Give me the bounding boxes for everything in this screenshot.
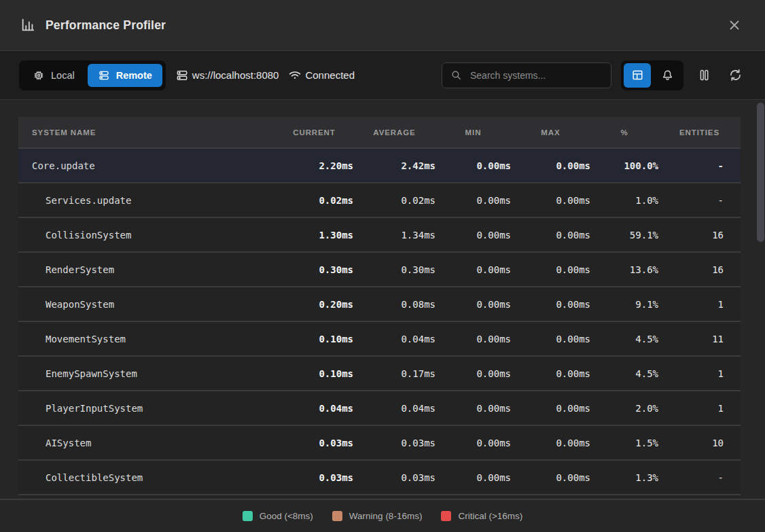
legend-item: Critical (>16ms) (441, 511, 522, 521)
cell-max: 0.00ms (511, 195, 590, 206)
title-bar: Performance Profiler (0, 0, 765, 51)
cell-percent: 4.5% (590, 368, 658, 379)
column-header-min: MIN (435, 128, 511, 137)
cell-percent: 9.1% (590, 299, 658, 310)
legend-item: Warning (8-16ms) (332, 511, 423, 521)
table-row[interactable]: PlayerInputSystem 0.04ms 0.04ms 0.00ms 0… (18, 391, 741, 426)
cell-current: 0.03ms (275, 472, 353, 483)
cell-system-name: WeaponSystem (18, 299, 275, 310)
cell-average: 0.17ms (353, 368, 435, 379)
search-box (442, 63, 611, 88)
profiler-content: SYSTEM NAME CURRENT AVERAGE MIN MAX % EN… (0, 100, 765, 499)
cell-average: 0.03ms (353, 438, 435, 448)
cell-max: 0.00ms (511, 299, 590, 310)
table-view-button[interactable] (624, 63, 651, 88)
local-mode-button[interactable]: Local (22, 64, 85, 87)
table-row[interactable]: Core.update 2.20ms 2.42ms 0.00ms 0.00ms … (18, 149, 741, 183)
cell-percent: 1.0% (590, 195, 658, 206)
view-toggle-group (621, 60, 683, 90)
table-row[interactable]: AISystem 0.03ms 0.03ms 0.00ms 0.00ms 1.5… (18, 426, 741, 461)
legend-color-swatch (243, 511, 253, 521)
cell-current: 0.03ms (275, 438, 353, 448)
column-header-percent: % (590, 128, 658, 137)
cell-current: 0.10ms (275, 368, 353, 379)
pause-button[interactable] (693, 65, 715, 86)
table-row[interactable]: CollisionSystem 1.30ms 1.34ms 0.00ms 0.0… (18, 218, 741, 253)
cell-system-name: MovementSystem (18, 334, 275, 344)
cell-system-name: CollisionSystem (18, 230, 275, 241)
toolbar: Local Remote (0, 51, 765, 100)
cell-percent: 1.5% (590, 438, 658, 448)
connection-url-label: ws://localhost:8080 (192, 69, 279, 81)
search-input[interactable] (469, 69, 603, 82)
cell-average: 0.04ms (353, 403, 435, 414)
cell-system-name: RenderSystem (18, 264, 275, 275)
refresh-button[interactable] (724, 65, 746, 86)
refresh-icon (728, 68, 743, 82)
performance-profiler-window: Performance Profiler Local (0, 0, 765, 532)
cell-percent: 13.6% (590, 264, 658, 275)
cell-average: 0.02ms (353, 195, 435, 206)
cell-max: 0.00ms (511, 403, 590, 414)
cell-system-name: Core.update (18, 160, 275, 171)
table-body: Core.update 2.20ms 2.42ms 0.00ms 0.00ms … (18, 149, 741, 495)
scrollbar-thumb[interactable] (757, 103, 764, 242)
bell-icon (661, 69, 674, 82)
column-header-average: AVERAGE (353, 128, 435, 137)
table-row[interactable]: RenderSystem 0.30ms 0.30ms 0.00ms 0.00ms… (18, 253, 741, 287)
cell-average: 0.08ms (353, 299, 435, 310)
legend-color-swatch (441, 511, 451, 521)
column-header-system-name: SYSTEM NAME (18, 128, 275, 137)
cell-entities: 16 (658, 230, 741, 241)
cell-max: 0.00ms (511, 264, 590, 275)
alerts-button[interactable] (654, 63, 681, 88)
cell-entities: 1 (658, 368, 741, 379)
legend-bar: Good (<8ms) Warning (8-16ms) Critical (>… (0, 499, 765, 532)
connection-status-label: Connected (305, 69, 355, 81)
cell-percent: 2.0% (590, 403, 658, 414)
cell-min: 0.00ms (435, 299, 511, 310)
table-row[interactable]: MovementSystem 0.10ms 0.04ms 0.00ms 0.00… (18, 322, 741, 357)
cell-entities: 1 (658, 299, 741, 310)
close-icon (727, 18, 742, 33)
cell-max: 0.00ms (511, 472, 590, 483)
vertical-scrollbar[interactable] (757, 101, 764, 498)
remote-mode-label: Remote (116, 70, 152, 81)
wifi-icon (288, 69, 302, 82)
cell-entities: 10 (658, 438, 741, 448)
connection-url: ws://localhost:8080 (175, 69, 279, 82)
search-icon (450, 69, 462, 81)
table-header-row: SYSTEM NAME CURRENT AVERAGE MIN MAX % EN… (18, 117, 741, 149)
cell-max: 0.00ms (511, 230, 590, 241)
cell-current: 0.04ms (275, 403, 353, 414)
legend-item: Good (<8ms) (243, 511, 313, 521)
bar-chart-icon (20, 18, 35, 33)
table-row[interactable]: Services.update 0.02ms 0.02ms 0.00ms 0.0… (18, 183, 741, 218)
cell-current: 0.02ms (275, 195, 353, 206)
close-button[interactable] (724, 15, 745, 35)
table-layout-icon (631, 69, 644, 82)
connection-status: Connected (288, 69, 355, 82)
cell-entities: 16 (658, 264, 741, 275)
column-header-current: CURRENT (275, 128, 353, 137)
page-title: Performance Profiler (46, 18, 166, 33)
table-row[interactable]: CollectibleSystem 0.03ms 0.03ms 0.00ms 0… (18, 461, 741, 495)
cell-system-name: CollectibleSystem (18, 472, 275, 483)
column-header-entities: ENTITIES (658, 128, 741, 137)
cell-system-name: AISystem (18, 438, 275, 448)
cell-system-name: Services.update (18, 195, 275, 206)
cell-current: 0.20ms (275, 299, 353, 310)
cell-average: 2.42ms (353, 160, 435, 171)
cell-max: 0.00ms (511, 368, 590, 379)
table-row[interactable]: WeaponSystem 0.20ms 0.08ms 0.00ms 0.00ms… (18, 287, 741, 322)
cell-min: 0.00ms (435, 160, 511, 171)
server-icon (175, 69, 189, 82)
cell-max: 0.00ms (511, 438, 590, 448)
table-row[interactable]: EnemySpawnSystem 0.10ms 0.17ms 0.00ms 0.… (18, 357, 741, 391)
cell-average: 0.03ms (353, 472, 435, 483)
cell-min: 0.00ms (435, 264, 511, 275)
cell-current: 2.20ms (275, 160, 353, 171)
cell-max: 0.00ms (511, 334, 590, 344)
remote-mode-button[interactable]: Remote (88, 64, 162, 87)
server-icon (98, 69, 110, 82)
